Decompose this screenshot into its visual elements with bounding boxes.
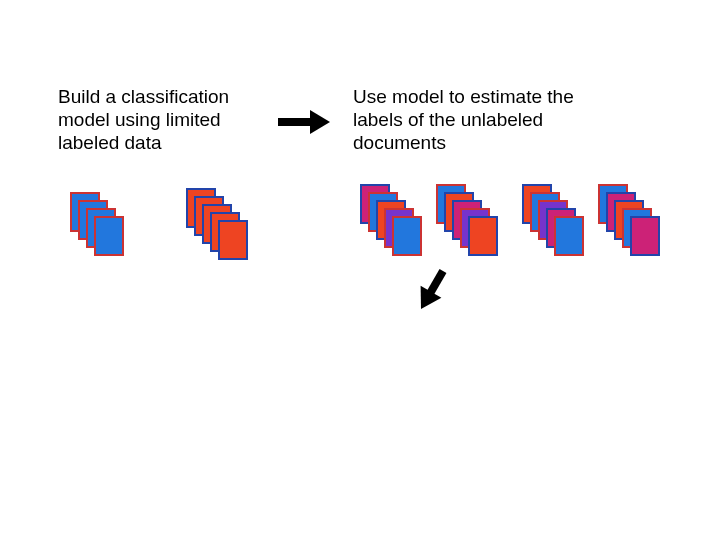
svg-marker-3 <box>412 286 441 312</box>
arrow-down-left-icon <box>412 268 452 317</box>
doc-card <box>94 216 124 256</box>
doc-card <box>554 216 584 256</box>
doc-card <box>218 220 248 260</box>
svg-marker-1 <box>310 110 330 134</box>
step2-text: Use model to estimate the labels of the … <box>353 86 613 154</box>
doc-card <box>468 216 498 256</box>
svg-rect-0 <box>278 118 310 126</box>
step1-text: Build a classification model using limit… <box>58 86 268 154</box>
doc-card <box>630 216 660 256</box>
arrow-right-icon <box>278 110 330 139</box>
doc-card <box>392 216 422 256</box>
